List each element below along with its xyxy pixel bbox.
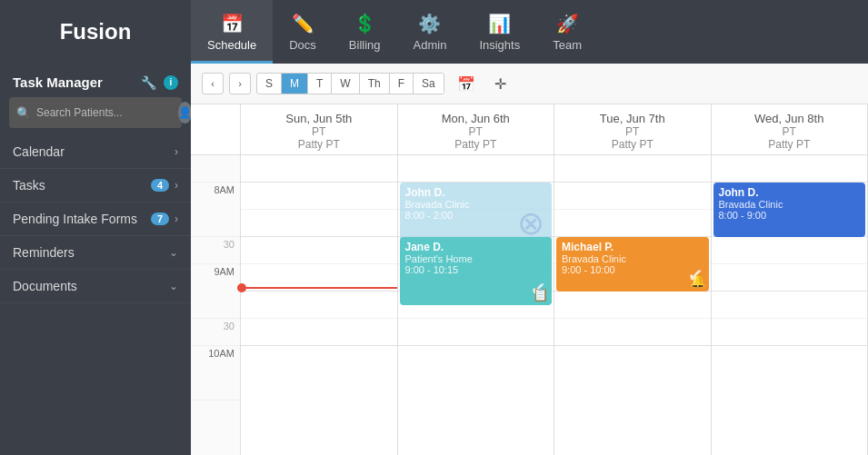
sidebar-label-pending-intake: Pending Intake Forms <box>13 212 137 226</box>
time-row-2-1 <box>554 183 711 210</box>
billing-label: Billing <box>349 38 381 52</box>
sidebar-label-calendar: Calendar <box>13 144 65 159</box>
event-e2[interactable]: Jane D. Patient's Home 9:00 - 10:15 ✔📋 <box>400 237 553 305</box>
day-btn-s[interactable]: S <box>257 74 282 94</box>
time-slot-empty <box>191 155 240 183</box>
time-row-0-5 <box>241 292 397 319</box>
day-col-body-3: John D. Bravada Clinic 8:00 - 9:00 <box>712 155 869 455</box>
sidebar: Task Manager 🔧 i 🔍 👤 Calendar › <box>0 64 191 455</box>
time-row-0-6 <box>241 319 397 346</box>
time-8am: 8AM <box>191 183 240 237</box>
day-btn-f[interactable]: F <box>390 74 414 94</box>
billing-icon: 💲 <box>354 13 376 35</box>
nav-tab-admin[interactable]: ⚙️ Admin <box>397 0 464 64</box>
day-btn-sa[interactable]: Sa <box>414 74 444 94</box>
event-e3[interactable]: Michael P. Bravada Clinic 9:00 - 10:00 ✔… <box>556 237 709 292</box>
chevron-documents: ⌄ <box>169 280 178 292</box>
sidebar-item-pending-intake[interactable]: Pending Intake Forms 7 › <box>0 203 191 236</box>
main-area: Task Manager 🔧 i 🔍 👤 Calendar › <box>0 64 868 455</box>
logo-text: Fusion <box>60 19 132 45</box>
chevron-calendar: › <box>175 145 178 158</box>
current-time-line <box>241 287 397 289</box>
calendar-header: Sun, Jun 5th PT Patty PT Mon, Jun 6th PT… <box>191 104 868 155</box>
target-icon[interactable]: ✛ <box>488 71 514 96</box>
calendar-day-headers: Sun, Jun 5th PT Patty PT Mon, Jun 6th PT… <box>241 104 868 154</box>
admin-label: Admin <box>414 38 447 52</box>
time-row-3-5 <box>712 292 868 319</box>
sidebar-item-documents[interactable]: Documents ⌄ <box>0 270 191 303</box>
day-header-1: Mon, Jun 6th PT Patty PT <box>398 104 555 154</box>
day-btn-th[interactable]: Th <box>360 74 390 94</box>
insights-label: Insights <box>479 38 520 52</box>
time-row-0-3 <box>241 237 397 264</box>
day-role-2: PT <box>558 125 707 138</box>
event-subtitle-e3: Bravada Clinic <box>562 253 703 264</box>
sidebar-nav: Calendar › Tasks 4 › Pending Intake Form… <box>0 135 191 303</box>
event-time-e4: 8:00 - 9:00 <box>719 210 861 221</box>
day-col-body-2: Michael P. Bravada Clinic 9:00 - 10:00 ✔… <box>554 155 712 455</box>
chevron-tasks: › <box>175 179 178 192</box>
sidebar-item-tasks[interactable]: Tasks 4 › <box>0 169 191 203</box>
event-title-e4: John D. <box>719 186 861 199</box>
nav-tab-docs[interactable]: ✏️ Docs <box>273 0 333 64</box>
nav-tab-billing[interactable]: 💲 Billing <box>333 0 397 64</box>
nav-tab-schedule[interactable]: 📅 Schedule <box>191 0 273 64</box>
time-row-0-2 <box>241 210 397 237</box>
day-header-3: Wed, Jun 8th PT Patty PT <box>712 104 869 154</box>
logo-area: Fusion <box>0 0 191 64</box>
time-row-2-5 <box>554 292 711 319</box>
admin-icon: ⚙️ <box>418 13 441 35</box>
event-title-e3: Michael P. <box>562 241 703 253</box>
day-btn-t[interactable]: T <box>308 74 332 94</box>
time-row-3-3 <box>712 237 868 264</box>
nav-tab-team[interactable]: 🚀 Team <box>536 0 598 64</box>
sidebar-item-reminders[interactable]: Reminders ⌄ <box>0 236 191 270</box>
chevron-reminders: ⌄ <box>169 246 178 259</box>
time-10am: 10AM <box>191 346 240 401</box>
time-row-3-0 <box>712 155 868 183</box>
sidebar-header: Task Manager 🔧 i <box>0 64 191 97</box>
sidebar-item-calendar[interactable]: Calendar › <box>0 135 191 169</box>
sidebar-search-bar[interactable]: 🔍 👤 <box>9 97 182 128</box>
insights-icon: 📊 <box>488 13 511 35</box>
nav-tab-insights[interactable]: 📊 Insights <box>463 0 536 64</box>
docs-icon: ✏️ <box>292 13 314 35</box>
prev-arrow[interactable]: ‹ <box>202 73 224 94</box>
wrench-icon: 🔧 <box>141 75 156 90</box>
event-title-e2: Jane D. <box>405 241 547 253</box>
day-btn-w[interactable]: W <box>332 74 359 94</box>
event-subtitle-e4: Bravada Clinic <box>719 199 861 210</box>
time-930: 30 <box>191 319 240 346</box>
info-badge: i <box>164 75 178 90</box>
time-row-0-1 <box>241 183 397 210</box>
docs-label: Docs <box>289 38 316 52</box>
day-date-3: Wed, Jun 8th <box>715 112 864 125</box>
task-manager-title: Task Manager <box>13 74 103 90</box>
day-date-2: Tue, Jun 7th <box>558 112 707 125</box>
time-row-3-6 <box>712 319 868 346</box>
add-patient-button[interactable]: 👤 <box>178 102 192 124</box>
event-e4[interactable]: John D. Bravada Clinic 8:00 - 9:00 <box>713 183 866 237</box>
search-input[interactable] <box>36 106 173 119</box>
day-header-0: Sun, Jun 5th PT Patty PT <box>241 104 398 154</box>
time-row-2-6 <box>554 319 711 346</box>
calendar-icon[interactable]: 📅 <box>454 71 479 96</box>
app-container: Fusion 📅 Schedule ✏️ Docs 💲 Billing ⚙️ A… <box>0 0 868 455</box>
event-title-e1: John D. <box>405 186 547 199</box>
day-date-1: Mon, Jun 6th <box>402 112 551 125</box>
top-nav: Fusion 📅 Schedule ✏️ Docs 💲 Billing ⚙️ A… <box>0 0 868 64</box>
next-arrow[interactable]: › <box>229 73 251 94</box>
time-row-2-0 <box>554 155 711 183</box>
sidebar-label-tasks: Tasks <box>13 178 45 193</box>
toolbar-strip: ‹ › SMTWThFSa 📅 ✛ <box>191 64 868 104</box>
event-time-e2: 9:00 - 10:15 <box>405 264 547 275</box>
time-row-0-0 <box>241 155 397 183</box>
add-person-icon: 👤 <box>178 106 192 119</box>
nav-tabs: 📅 Schedule ✏️ Docs 💲 Billing ⚙️ Admin 📊 … <box>191 0 868 64</box>
time-row-1-6 <box>398 319 554 346</box>
day-btn-m[interactable]: M <box>282 74 308 94</box>
event-subtitle-e2: Patient's Home <box>405 253 547 264</box>
schedule-icon: 📅 <box>221 13 244 35</box>
time-830: 30 <box>191 237 240 264</box>
schedule-label: Schedule <box>207 38 256 52</box>
